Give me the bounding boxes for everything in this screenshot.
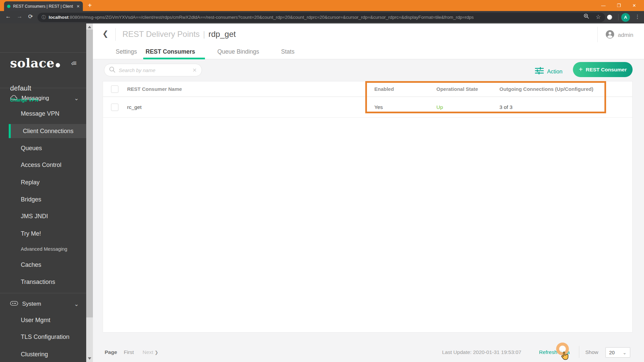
cloud-icon [10,95,17,102]
active-tab-underline [143,58,205,59]
toolbar-divider [618,14,619,20]
browser-tab[interactable]: REST Consumers | REST | Client C ✕ [4,1,83,11]
sidebar-item-tls-configuration[interactable]: TLS Configuration [0,330,86,344]
window-controls: — ❐ ✕ [596,0,642,11]
url-text: localhost:8080/#/msg-vpns/ZGVmYXVsdA==/c… [49,15,474,20]
page-size-dropdown[interactable]: 20 ⌄ [605,347,630,358]
search-icon [109,66,115,74]
sidebar-item-user-mgmt[interactable]: User Mgmt [0,313,86,327]
reload-icon[interactable]: ⟳ [28,13,33,20]
cell-enabled: Yes [374,97,383,118]
cell-consumer-name[interactable]: rc_get [127,97,142,118]
extension-icon[interactable] [607,15,612,20]
cell-operational-state: Up [436,97,443,118]
sidebar-section-messaging[interactable]: Messaging ⌄ [0,92,86,105]
tab-title: REST Consumers | REST | Client C [13,4,74,9]
sidebar-item-client-connections[interactable]: Client Connections [9,124,86,138]
sidebar-item-transactions[interactable]: Transactions [0,275,86,289]
scroll-up-icon[interactable] [86,24,93,30]
column-header-operational-state[interactable]: Operational State [436,81,478,97]
new-tab-button[interactable]: + [88,2,92,9]
chevron-down-icon[interactable]: ⌄ [74,95,79,102]
main-content: ❮ REST Delivery Points|rdp_get admin Set… [93,23,644,362]
tab-stats[interactable]: Stats [281,48,294,55]
breadcrumb-parent[interactable]: REST Delivery Points [122,29,200,39]
browser-menu-icon[interactable]: ⋮ [635,14,640,20]
show-label: Show [585,349,598,355]
tab-settings[interactable]: Settings [116,48,137,55]
column-header-outgoing-connections[interactable]: Outgoing Connections (Up/Configured) [499,81,593,97]
bookmark-star-icon[interactable]: ☆ [596,13,601,20]
search-box[interactable]: ✕ [104,64,202,76]
sidebar-item-caches[interactable]: Caches [0,258,86,272]
plus-icon: + [579,66,583,73]
refresh-data-link[interactable]: Refresh Data [539,349,570,355]
dropdown-chevron-icon: ⌄ [623,350,627,355]
divider [579,346,579,358]
username: admin [618,32,633,39]
breadcrumb: REST Delivery Points|rdp_get [122,29,236,39]
vpn-name: default [10,84,31,92]
sidebar-item-clustering[interactable]: Clustering [0,347,86,361]
action-button[interactable]: Action [535,67,562,76]
favicon-icon [7,5,10,8]
sliders-icon [535,67,544,76]
tab-queue-bindings[interactable]: Queue Bindings [217,48,259,55]
last-update-text: Last Update: 2020-01-31 19:53:07 [442,349,521,355]
user-menu[interactable]: admin [605,30,633,40]
user-avatar-icon [605,30,614,40]
divider [597,27,598,42]
select-all-checkbox[interactable] [111,85,118,93]
sidebar-item-message-vpn[interactable]: Message VPN [0,107,86,121]
page-header: ❮ REST Delivery Points|rdp_get admin Set… [93,23,644,59]
table-header-row: REST Consumer Name Enabled Operational S… [103,81,632,97]
tab-rest-consumers[interactable]: REST Consumers [146,48,195,55]
sidebar: solace ‹≡ default Change VPN Messaging ⌄… [0,23,86,362]
next-chevron-icon: ❯ [155,350,158,355]
collapse-sidebar-icon[interactable]: ‹≡ [71,59,76,67]
window-close-icon[interactable]: ✕ [627,3,642,8]
system-icon [10,301,18,307]
first-page-button[interactable]: First [124,349,134,355]
tab-close-icon[interactable]: ✕ [76,4,80,9]
back-button[interactable]: ❮ [102,29,108,38]
sidebar-section-system[interactable]: System ⌄ [0,297,86,311]
scroll-down-icon[interactable] [86,356,93,361]
logo-dot-icon [56,63,60,67]
clear-search-icon[interactable]: ✕ [193,67,197,73]
restore-icon[interactable]: ❐ [611,3,627,8]
sidebar-item-access-control[interactable]: Access Control [0,158,86,172]
sidebar-scrollbar[interactable] [86,23,93,362]
url-bar[interactable]: ⓘ localhost:8080/#/msg-vpns/ZGVmYXVsdA==… [38,13,605,22]
forward-icon[interactable]: → [17,13,22,20]
divider [0,52,86,53]
divider [0,88,86,88]
sidebar-item-try-me[interactable]: Try Me! [0,227,86,241]
site-info-icon[interactable]: ⓘ [42,14,46,20]
chevron-down-icon[interactable]: ⌄ [74,301,79,308]
add-rest-consumer-button[interactable]: + REST Consumer [573,62,633,77]
column-header-enabled[interactable]: Enabled [374,81,394,97]
next-page-button[interactable]: Next❯ [143,349,158,355]
sidebar-item-advanced-messaging[interactable]: Advanced Messaging [0,242,86,256]
consumers-table: REST Consumer Name Enabled Operational S… [103,81,633,333]
page-title: rdp_get [209,29,236,39]
page-size-value: 20 [609,350,623,355]
solace-logo: solace [10,56,60,70]
row-checkbox[interactable] [111,104,118,111]
minimize-icon[interactable]: — [596,3,611,8]
divider [0,293,86,293]
divider [115,28,116,41]
sidebar-item-queues[interactable]: Queues [0,141,86,155]
sidebar-item-jms-jndi[interactable]: JMS JNDI [0,209,86,223]
column-header-name[interactable]: REST Consumer Name [127,81,182,97]
table-row[interactable]: rc_get Yes Up 3 of 3 [103,97,632,118]
back-icon[interactable]: ← [5,13,11,20]
scrollbar-thumb[interactable] [86,29,93,317]
sidebar-item-bridges[interactable]: Bridges [0,192,86,206]
profile-avatar[interactable]: A [621,13,630,22]
sidebar-item-replay[interactable]: Replay [0,175,86,189]
browser-tabstrip: REST Consumers | REST | Client C ✕ + — ❐… [0,0,644,11]
search-input[interactable] [119,67,189,73]
zoom-page-icon[interactable] [584,13,589,20]
